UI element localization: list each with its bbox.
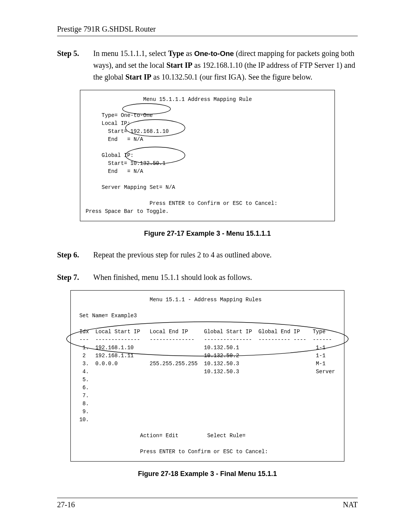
term1-global-hdr: Global IP: — [86, 152, 134, 158]
term1-global-start-r: 10.132.50.1 — [127, 160, 166, 166]
term2-sep: --- -------------- -------------- ------… — [76, 337, 332, 343]
page-header: Prestige 791R G.SHDSL Router — [57, 25, 358, 36]
term2-row-4: 4. 10.132.50.3 Server — [76, 369, 335, 375]
term2-title: Menu 15.1.1 - Address Mapping Rules — [76, 297, 261, 303]
terminal-box-2: Menu 15.1.1 - Address Mapping Rules Set … — [70, 290, 344, 462]
term2-setname: Set Name= Example3 — [76, 313, 137, 319]
term1-confirm: Press ENTER to Confirm or ESC to Cancel: — [86, 200, 277, 206]
term1-global-start-l: Start= — [86, 160, 127, 166]
term1-local-start-l: Start= — [86, 128, 127, 134]
text: as — [184, 49, 194, 58]
page-footer: 27-16 NAT — [57, 498, 358, 509]
term2-row-1: 1. 192.168.1.10 10.132.50.1 1-1 — [76, 345, 325, 351]
step-6-body: Repeat the previous step for rules 2 to … — [93, 249, 358, 261]
page: Prestige 791R G.SHDSL Router Step 5. In … — [0, 0, 411, 532]
figure-27-18: Menu 15.1.1 - Address Mapping Rules Set … — [70, 290, 344, 462]
term1-global-end: End = N/A — [86, 168, 143, 174]
figure-27-17: Menu 15.1.1.1 Address Mapping Rule Type=… — [80, 90, 335, 221]
term2-row-7: 7. — [76, 393, 89, 399]
step-6-label: Step 6. — [57, 249, 93, 261]
term2-action: Action= Edit Select Rule= — [76, 433, 245, 439]
step-7-label: Step 7. — [57, 272, 93, 283]
step-6: Step 6. Repeat the previous step for rul… — [57, 249, 358, 261]
text-bold: Start IP — [125, 73, 151, 81]
text-bold: Start IP — [166, 61, 192, 69]
text-bold: Type — [168, 49, 184, 58]
term1-local-start-r: 192.168.1.10 — [127, 128, 169, 134]
term1-title: Menu 15.1.1.1 Address Mapping Rule — [86, 96, 252, 102]
term2-row-3: 3. 0.0.0.0 255.255.255.255 10.132.50.3 M… — [76, 361, 325, 367]
text: as 10.132.50.1 (our first IGA). See the … — [151, 73, 312, 81]
step-5: Step 5. In menu 15.1.1.1, select Type as… — [57, 48, 358, 83]
term2-row-9: 9. — [76, 409, 89, 415]
step-5-label: Step 5. — [57, 48, 93, 59]
term1-server: Server Mapping Set= N/A — [86, 184, 175, 190]
step-7: Step 7. When finished, menu 15.1.1 shoul… — [57, 272, 358, 283]
figure-27-18-caption: Figure 27-18 Example 3 - Final Menu 15.1… — [57, 470, 358, 478]
term2-header-row: Idx Local Start IP Local End IP Global S… — [76, 329, 325, 335]
text-sans-bold: One-to-One — [194, 50, 234, 58]
term1-local-hdr: Local IP: — [86, 120, 131, 126]
term1-type-rhs: = One-to-One — [115, 112, 153, 118]
term1-local-end: End = N/A — [86, 136, 143, 142]
term2-row-5: 5. — [76, 377, 89, 383]
content: Step 5. In menu 15.1.1.1, select Type as… — [57, 48, 358, 478]
term2-row-10: 10. — [76, 417, 89, 423]
footer-page-number: 27-16 — [57, 500, 75, 509]
term2-row-2: 2 192.168.1.11 10.132.50.2 1-1 — [76, 353, 325, 359]
term1-type-lhs: Type — [86, 112, 115, 118]
term2-row-6: 6. — [76, 385, 89, 391]
term2-row-8: 8. — [76, 401, 89, 407]
footer-section: NAT — [343, 500, 358, 509]
text: In menu 15.1.1.1, select — [93, 49, 168, 58]
step-7-body: When finished, menu 15.1.1 should look a… — [93, 272, 358, 283]
step-5-body: In menu 15.1.1.1, select Type as One-to-… — [93, 48, 358, 83]
terminal-box-1: Menu 15.1.1.1 Address Mapping Rule Type=… — [80, 90, 335, 221]
term1-toggle: Press Space Bar to Toggle. — [86, 208, 169, 214]
term2-confirm: Press ENTER to Confirm or ESC to Cancel: — [76, 449, 268, 455]
figure-27-17-caption: Figure 27-17 Example 3 - Menu 15.1.1.1 — [57, 230, 358, 238]
